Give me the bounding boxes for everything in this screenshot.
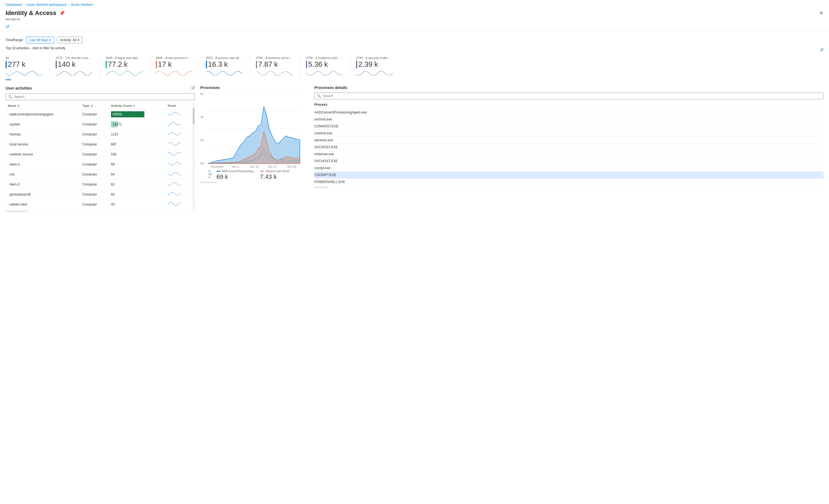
svg-text:Nov 15: Nov 15: [250, 165, 259, 168]
expand-icon[interactable]: ›: [8, 153, 9, 156]
page-header: Identity & Access 📌 ✕: [0, 8, 829, 17]
process-item[interactable]: POWERSHELL.EXE: [314, 179, 823, 185]
trend-sparkline: [168, 121, 183, 127]
process-item[interactable]: miiserver.exe: [314, 151, 823, 158]
col-activity-count[interactable]: Activity Count ⇅: [109, 102, 165, 109]
count-cell: 687: [109, 139, 165, 149]
table-row[interactable]: › aadconnectprovisioningagent Computer 6…: [6, 109, 195, 119]
process-item[interactable]: CONHOST.EXE: [314, 123, 823, 130]
close-button[interactable]: ✕: [819, 10, 823, 16]
legend-value-1: 69 k: [216, 173, 256, 181]
time-range-dropdown[interactable]: Last 90 days ▾: [27, 37, 54, 43]
activity-dropdown[interactable]: Activity: All ▾: [57, 37, 82, 43]
expand-icon[interactable]: ›: [8, 143, 9, 146]
table-row[interactable]: › dwm-2 Computer 62: [6, 179, 195, 189]
svg-text:November: November: [211, 165, 224, 168]
breadcrumb-dashboard[interactable]: Dashboard: [6, 3, 22, 7]
name-cell[interactable]: › dwm-2: [6, 179, 80, 189]
process-item[interactable]: SVCHOST.EXE: [314, 158, 823, 165]
name-cell[interactable]: › aadconnectprovisioningagent: [6, 109, 80, 119]
col-type[interactable]: Type ⇅: [80, 102, 109, 109]
activity-card-label: 4768 - A Kerberos auth...: [306, 56, 345, 60]
processes-scrollbar-h: [200, 182, 309, 183]
legend-prev-icon[interactable]: ▲: [208, 170, 212, 172]
name-cell[interactable]: › network service: [6, 149, 80, 159]
processes-details-search-input[interactable]: [323, 94, 821, 98]
process-item[interactable]: CSCRIPT.EXE: [314, 172, 823, 179]
page-title: Identity & Access: [6, 9, 57, 17]
user-activities-search-input[interactable]: [14, 95, 192, 99]
legend-next-icon[interactable]: ▼: [208, 176, 212, 179]
legend-color-1: [216, 171, 220, 172]
processes-h-scrollbar-thumb[interactable]: [200, 182, 217, 183]
expand-icon[interactable]: ›: [8, 173, 9, 176]
table-row[interactable]: › local service Computer 687: [6, 139, 195, 149]
table-row[interactable]: › network service Computer 535: [6, 149, 195, 159]
pin-icon[interactable]: 📌: [59, 10, 65, 16]
process-item[interactable]: SVCHOST.EXE: [314, 144, 823, 151]
sparkline: [356, 69, 395, 77]
activity-card[interactable]: 4769 - A Kerberos servic... 7.87 k: [256, 56, 300, 78]
process-item[interactable]: cscript.exe: [314, 165, 823, 172]
expand-icon[interactable]: ›: [8, 183, 9, 186]
process-item[interactable]: svchost.exe: [314, 116, 823, 123]
expand-icon[interactable]: ›: [8, 123, 9, 126]
expand-icon[interactable]: ›: [8, 113, 9, 116]
table-row[interactable]: › william.riker Computer 40: [6, 200, 195, 210]
count-cell: 1131: [109, 129, 165, 139]
vertical-scrollbar-thumb[interactable]: [193, 108, 194, 124]
name-cell[interactable]: › william.riker: [6, 200, 80, 210]
name-cell[interactable]: › n/a: [6, 169, 80, 179]
name-cell[interactable]: › system: [6, 119, 80, 129]
process-item[interactable]: services.exe: [314, 137, 823, 144]
row-name: gmsaadsync$: [10, 192, 30, 196]
processes-details-h-scrollbar[interactable]: [314, 187, 328, 188]
user-activities-refresh-icon[interactable]: ↺: [191, 85, 195, 91]
main-content: User activities ↺ 🔍 Name ⇅ Type ⇅ Activi…: [0, 85, 829, 212]
name-cell[interactable]: › thomas: [6, 129, 80, 139]
expand-icon[interactable]: ›: [8, 203, 9, 206]
table-row[interactable]: › gmsaadsync$ Computer 60: [6, 189, 195, 200]
name-cell[interactable]: › dwm-1: [6, 159, 80, 169]
activity-card[interactable]: 8002 - A process was all... 16.3 k: [206, 56, 250, 78]
activity-card[interactable]: 4768 - A Kerberos auth... 5.36 k: [306, 56, 351, 78]
table-row[interactable]: › dwm-1 Computer 68: [6, 159, 195, 169]
time-range-label: TimeRange:: [6, 38, 24, 42]
table-row[interactable]: › system Computer 14271: [6, 119, 195, 129]
expand-icon[interactable]: ›: [8, 133, 9, 136]
col-trend[interactable]: Trend: [165, 102, 195, 109]
table-h-scrollbar-thumb[interactable]: [6, 211, 28, 212]
horizontal-scrollbar[interactable]: [6, 79, 11, 80]
processes-chart-svg: November Nov 8 Nov 15 Nov 22 Nov 29: [208, 93, 308, 168]
activity-card-value: 17 k: [156, 60, 194, 69]
activity-card[interactable]: 4688 - A new process h... 17 k: [156, 56, 200, 78]
row-name: dwm-2: [10, 182, 20, 186]
name-cell[interactable]: › local service: [6, 139, 80, 149]
type-cell: Computer: [80, 179, 109, 189]
svg-text:Nov 29: Nov 29: [287, 165, 296, 168]
process-item[interactable]: AADConnectProvisioningAgent.exe: [314, 109, 823, 116]
type-cell: Computer: [80, 119, 109, 129]
activity-card[interactable]: All 277 k: [6, 56, 50, 78]
activity-card[interactable]: 4776 - The domain cont... 140 k: [56, 56, 100, 78]
col-name[interactable]: Name ⇅: [6, 102, 80, 109]
table-row[interactable]: › thomas Computer 1131: [6, 129, 195, 139]
processes-details-search-box[interactable]: 🔍: [314, 93, 823, 99]
user-activities-search-box[interactable]: 🔍: [6, 94, 195, 100]
refresh-button[interactable]: ↺: [6, 24, 9, 29]
activities-refresh-icon[interactable]: ↺: [820, 47, 823, 52]
trend-sparkline: [168, 171, 183, 177]
breadcrumb-sentinel[interactable]: Azure Sentinel: [71, 3, 93, 7]
sparkline: [56, 69, 94, 77]
name-cell[interactable]: › gmsaadsync$: [6, 189, 80, 200]
expand-icon[interactable]: ›: [8, 163, 9, 166]
trend-cell: [165, 159, 195, 169]
breadcrumb-workspaces[interactable]: Azure Sentinel workspaces: [26, 3, 67, 7]
table-row[interactable]: › n/a Computer 64: [6, 169, 195, 179]
type-cell: Computer: [80, 109, 109, 119]
activity-card[interactable]: 4648 - A logon was atte... 77.2 k: [106, 56, 150, 78]
activity-card[interactable]: 4799 - A security-enabl... 2.39 k: [356, 56, 401, 78]
expand-icon[interactable]: ›: [8, 193, 9, 196]
sparkline: [206, 69, 245, 77]
process-item[interactable]: conhost.exe: [314, 130, 823, 137]
